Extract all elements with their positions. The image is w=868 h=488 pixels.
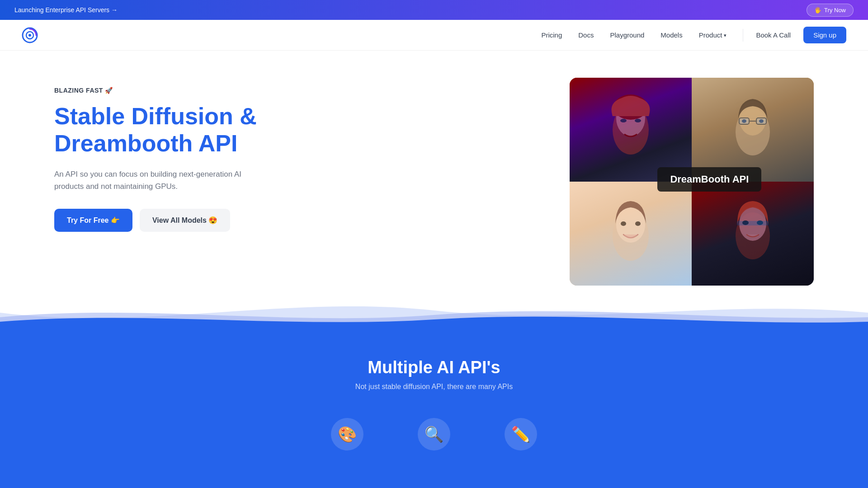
top-banner: Launching Enterprise API Servers → 🖐️ Tr… [0, 0, 868, 20]
nav-product[interactable]: Product ▾ [699, 31, 727, 39]
api-icons-row: 🎨 🔍 ✏️ [0, 418, 868, 450]
hero-image-1 [570, 78, 692, 182]
hero-title-line2: Dreambooth API [54, 130, 237, 156]
dreambooth-overlay: DreamBooth API [657, 167, 761, 192]
chevron-down-icon: ▾ [724, 33, 726, 38]
hero-image-grid: DreamBooth API [570, 78, 814, 286]
banner-text[interactable]: Launching Enterprise API Servers → [14, 6, 118, 14]
navbar: Pricing Docs Playground Models Product ▾… [0, 20, 868, 51]
svg-point-13 [742, 119, 746, 123]
logo-icon [22, 27, 38, 43]
wave-transition [0, 286, 868, 331]
multiple-apis-description: Not just stable diffusion API, there are… [355, 383, 513, 391]
hero-buttons: Try For Free 👉 View All Models 😍 [54, 209, 271, 232]
svg-point-2 [28, 34, 31, 37]
hero-section: BLAZING FAST 🚀 Stable Diffusion & Dreamb… [0, 51, 868, 286]
pencil-icon: ✏️ [511, 425, 530, 443]
hero-left: BLAZING FAST 🚀 Stable Diffusion & Dreamb… [54, 78, 271, 232]
multiple-apis-title: Multiple AI API's [368, 358, 500, 377]
try-free-button[interactable]: Try For Free 👉 [54, 209, 132, 232]
api-icon-3: ✏️ [505, 418, 537, 450]
hero-title-line1: Stable Diffusion & [54, 103, 257, 129]
nav-pricing[interactable]: Pricing [541, 31, 562, 39]
nav-divider [743, 29, 743, 42]
api-icon-circle-3: ✏️ [505, 418, 537, 450]
svg-point-17 [621, 221, 626, 226]
hero-description: An API so you can focus on building next… [54, 168, 271, 192]
nav-links: Pricing Docs Playground Models Product ▾ [541, 31, 726, 39]
nav-models[interactable]: Models [660, 31, 682, 39]
nav-playground[interactable]: Playground [610, 31, 644, 39]
blue-section: Multiple AI API's Not just stable diffus… [0, 331, 868, 488]
logo[interactable] [22, 27, 38, 43]
hero-image-4 [692, 182, 814, 286]
svg-point-14 [759, 119, 764, 123]
api-icon-2: 🔍 [418, 418, 450, 450]
hero-image-3 [570, 182, 692, 286]
svg-point-6 [620, 119, 627, 122]
svg-point-18 [635, 221, 641, 226]
signup-button[interactable]: Sign up [803, 27, 846, 43]
banner-btn-label: Try Now [824, 7, 846, 14]
banner-try-now-button[interactable]: 🖐️ Try Now [807, 4, 854, 17]
nav-docs[interactable]: Docs [578, 31, 594, 39]
svg-point-7 [635, 119, 641, 122]
hero-badge: BLAZING FAST 🚀 [54, 87, 271, 94]
search-icon: 🔍 [425, 425, 443, 443]
hero-image-2 [692, 78, 814, 182]
hero-title: Stable Diffusion & Dreambooth API [54, 103, 271, 157]
view-models-button[interactable]: View All Models 😍 [140, 209, 230, 232]
hand-icon: 🖐️ [814, 7, 821, 14]
api-icon-circle-2: 🔍 [418, 418, 450, 450]
api-icon-1: 🎨 [331, 418, 363, 450]
wave-svg [0, 286, 868, 331]
book-call-button[interactable]: Book A Call [749, 28, 798, 42]
svg-rect-23 [737, 221, 769, 225]
api-icon-circle-1: 🎨 [331, 418, 363, 450]
palette-icon: 🎨 [338, 425, 357, 443]
nav-actions: Book A Call Sign up [749, 27, 846, 43]
